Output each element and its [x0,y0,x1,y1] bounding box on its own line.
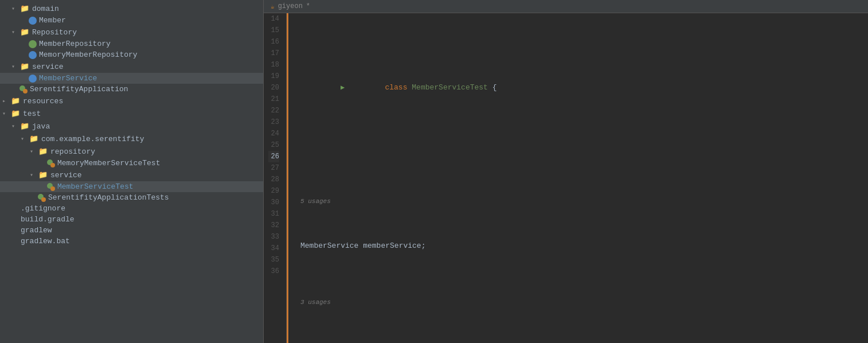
tree-file-member[interactable]: Member [0,15,263,26]
file-icon-sa-orange [23,89,28,93]
chevron-service-test [30,171,38,178]
brace-open: { [492,82,497,93]
file-label-member: Member [39,16,66,25]
line-numbers: 14 15 16 17 18 19 20 21 22 23 24 25 26 2… [264,13,287,343]
code-line-14: ▶ class MemberServiceTest { [291,82,868,93]
chevron-mmst [39,160,47,166]
file-icon-mst-orange [50,186,55,191]
ln-28: 28 [268,174,279,185]
gutter-bar [287,13,288,343]
tree-folder-repository[interactable]: 📁 Repository [0,26,263,38]
chevron-com-example [21,135,29,142]
file-label-memory-member-repository: MemoryMemberRepository [39,50,138,59]
tree-folder-java[interactable]: 📁 java [0,120,263,132]
ln-27: 27 [268,162,279,174]
chevron-resources [2,98,10,104]
tab-file-icon: ☕ [271,3,275,10]
tree-file-gradlew-bat[interactable]: gradlew.bat [0,236,263,247]
file-icon-build-gradle [10,216,18,224]
chevron-ms [21,75,29,81]
folder-label-resources: resources [23,97,63,106]
ln-31: 31 [268,208,279,220]
folder-icon-repo-test: 📁 [38,146,48,157]
tab-modified: * [306,2,310,10]
tab-author: giyeon [278,2,303,10]
tree-file-gradlew[interactable]: gradlew [0,225,263,236]
tree-file-serentifity-app[interactable]: SerentifityApplication [0,84,263,95]
tree-folder-repository-test[interactable]: 📁 repository [0,145,263,158]
code-line-15 [291,139,868,151]
ln-16: 16 [268,36,279,48]
classname-mst: MemberServiceTest [412,82,492,93]
file-label-serentifity-app-tests: SerentifityApplicationTests [48,193,169,202]
file-label-gradlew-bat: gradlew.bat [21,237,70,245]
ln-34: 34 [268,243,279,254]
ln-30: 30 [268,197,279,208]
chevron-repository [11,29,19,36]
chevron-git [2,205,10,212]
tree-file-member-service-test[interactable]: MemberServiceTest [0,181,263,192]
file-icon-member-service [29,75,37,83]
usage-hint-16: 5 usages [291,197,868,206]
folder-icon-repository: 📁 [19,27,30,37]
tree-file-memory-member-repository[interactable]: MemoryMemberRepository [0,49,263,60]
tree-file-serentifity-app-tests[interactable]: SerentifityApplicationTests [0,192,263,203]
editor-tab-bar: ☕ giyeon * [264,0,868,13]
file-tree: 📁 domain Member 📁 Repository MemberRepos… [0,0,264,343]
code-line-16: MemberService memberService; [291,240,868,252]
type-ms: MemberService [300,240,363,252]
tree-file-member-service[interactable]: MemberService [0,73,263,84]
file-icon-gitignore [10,205,18,213]
folder-icon-com-example: 📁 [29,134,39,144]
file-label-gradlew: gradlew [21,226,52,235]
file-icon-member-repository [29,40,37,48]
code-text[interactable]: ▶ class MemberServiceTest { 5 usages Mem… [287,13,868,343]
ln-23: 23 [268,116,279,128]
tree-folder-service-test[interactable]: 📁 service [0,169,263,181]
ln-21: 21 [268,93,279,105]
chevron-mst [39,184,47,190]
tree-folder-resources[interactable]: 📁 resources [0,95,263,107]
chevron-service [11,63,19,70]
tree-folder-test[interactable]: 📁 test [0,107,263,120]
file-icon-member [29,17,37,25]
file-icon-gradlew-bat [10,237,18,245]
chevron-repo-test [30,148,38,155]
ln-19: 19 [268,71,279,82]
folder-icon-java: 📁 [19,121,30,131]
folder-label-java: java [32,122,50,131]
chevron-gw [2,227,10,233]
tree-file-gitignore[interactable]: .gitignore [0,203,263,214]
folder-icon-service-test: 📁 [38,170,48,180]
file-label-gitignore: .gitignore [21,204,65,213]
file-icon-memory-member-repository [29,51,37,59]
var-ms: memberService; [363,240,425,252]
ln-26: 26 [268,151,279,162]
ln-17: 17 [268,48,279,59]
chevron-mr [21,41,29,47]
folder-label-service: service [32,63,64,71]
folder-label-domain: domain [32,5,59,13]
file-icon-sat-orange [41,197,46,202]
kw-class: class [385,82,412,93]
tree-folder-com-example[interactable]: 📁 com.example.serentifity [0,132,263,145]
folder-icon-domain: 📁 [19,3,30,14]
folder-icon-test: 📁 [10,108,21,119]
tree-file-build-gradle[interactable]: build.gradle [0,214,263,225]
ln-20: 20 [268,82,279,93]
file-icon-mmst-orange [50,163,55,167]
file-label-member-service: MemberService [39,74,97,83]
tree-folder-domain[interactable]: 📁 domain [0,2,263,15]
folder-icon-service: 📁 [19,61,30,72]
ln-18: 18 [268,59,279,71]
ln-14: 14 [268,13,279,25]
tree-file-member-repository[interactable]: MemberRepository [0,38,263,49]
run-icon-14[interactable]: ▶ [296,71,345,105]
chevron-domain [11,5,19,12]
tree-file-memory-member-service-test[interactable]: MemoryMemberServiceTest [0,158,263,169]
chevron-java [11,123,19,130]
folder-label-repo-test: repository [50,147,95,156]
tree-folder-service[interactable]: 📁 service [0,60,263,73]
folder-label-service-test: service [50,171,82,180]
code-editor[interactable]: ☕ giyeon * 14 15 16 17 18 19 20 21 22 23… [264,0,868,343]
